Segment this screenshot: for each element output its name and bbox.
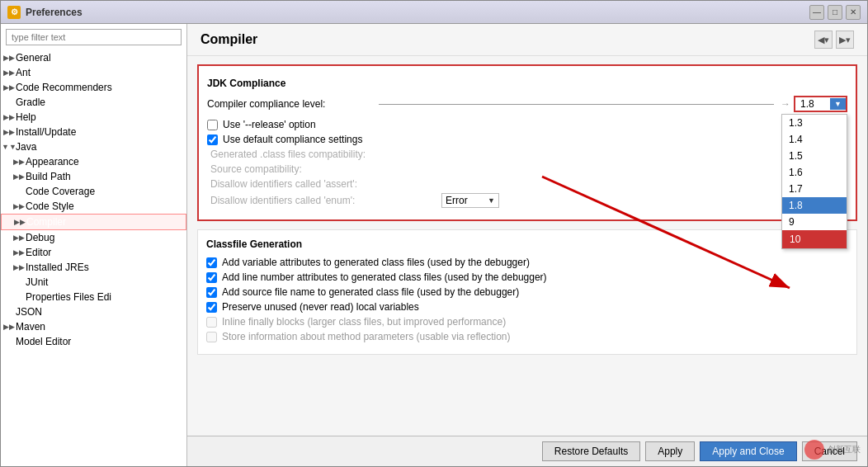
back-button[interactable]: ◀▾ (814, 31, 833, 49)
dropdown-item-1.3[interactable]: 1.3 (782, 115, 847, 131)
apply-button[interactable]: Apply (645, 441, 695, 461)
classfile-section-title: Classfile Generation (206, 238, 848, 250)
dropdown-item-1.7[interactable]: 1.7 (782, 181, 847, 197)
sidebar-arrow-install-update: ▶ (4, 127, 14, 137)
close-button[interactable]: ✕ (846, 5, 861, 20)
error-value: Error (446, 195, 484, 206)
classfile-checkbox-5[interactable] (206, 332, 217, 342)
sidebar-label-build-path: Build Path (26, 171, 71, 182)
bottom-bar: Restore Defaults Apply Apply and Close C… (187, 436, 867, 466)
classfile-checkbox-3[interactable] (206, 302, 217, 313)
classfile-checkbox-4[interactable] (206, 317, 217, 328)
sidebar-item-help[interactable]: ▶Help (1, 110, 186, 125)
sidebar-label-debug: Debug (26, 232, 54, 243)
dropdown-item-1.6[interactable]: 1.6 (782, 164, 847, 181)
sidebar-item-java[interactable]: ▼Java (1, 139, 186, 154)
error-dropdown[interactable]: Error ▼ (441, 193, 499, 208)
dropdown-item-1.8[interactable]: 1.8 (782, 197, 847, 214)
sidebar-label-code-recommenders: Code Recommenders (16, 82, 112, 93)
classfile-option-row-0: Add variable attributes to generated cla… (206, 257, 848, 268)
sidebar-arrow-general: ▶ (4, 53, 14, 63)
forward-button[interactable]: ▶▾ (836, 31, 854, 49)
compliance-level-row: Compiler compliance level: → 1.8 ▼ 1.31.… (207, 96, 847, 112)
classfile-checkbox-0[interactable] (206, 257, 217, 268)
main-content-area: ▶General▶Ant▶Code RecommendersGradle▶Hel… (1, 24, 867, 466)
sidebar-item-json[interactable]: JSON (1, 304, 186, 319)
dropdown-item-10[interactable]: 10 (782, 230, 847, 248)
error-dropdown-arrow: ▼ (488, 196, 495, 205)
sidebar-label-junit: JUnit (26, 276, 48, 288)
page-title: Compiler (200, 32, 257, 47)
sidebar-item-debug[interactable]: ▶Debug (1, 230, 186, 245)
sidebar-arrow-java: ▼ (4, 142, 14, 152)
sidebar-item-build-path[interactable]: ▶Build Path (1, 169, 186, 184)
dropdown-item-9[interactable]: 9 (782, 214, 847, 230)
watermark: 创新互联 (804, 440, 861, 460)
use-release-label: Use '--release' option (223, 119, 316, 130)
filter-input[interactable] (6, 29, 182, 45)
window-controls: — □ ✕ (809, 5, 861, 20)
main-panel: Compiler ◀▾ ▶▾ JDK Compliance (187, 24, 867, 466)
compliance-dropdown-wrapper[interactable]: 1.8 ▼ (794, 96, 847, 112)
classfile-label-5: Store information about method parameter… (222, 331, 511, 342)
use-default-compliance-row: Use default compliance settings (207, 134, 847, 145)
jdk-section-title: JDK Compliance (207, 78, 847, 89)
sidebar-item-maven[interactable]: ▶Maven (1, 319, 186, 334)
sidebar-label-model-editor: Model Editor (16, 336, 71, 347)
sidebar-item-installed-jres[interactable]: ▶Installed JREs (1, 260, 186, 275)
sidebar-label-install-update: Install/Update (16, 126, 76, 138)
sidebar-item-editor[interactable]: ▶Editor (1, 245, 186, 260)
dropdown-item-1.5[interactable]: 1.5 (782, 148, 847, 164)
classfile-generation-section: Classfile Generation Add variable attrib… (197, 229, 857, 355)
sidebar-arrow-help: ▶ (4, 112, 14, 122)
sidebar-arrow-code-style: ▶ (14, 201, 24, 211)
classfile-option-row-4: Inline finally blocks (larger class file… (206, 316, 848, 328)
sidebar-label-installed-jres: Installed JREs (26, 262, 89, 273)
sidebar-item-code-coverage[interactable]: Code Coverage (1, 184, 186, 199)
maximize-button[interactable]: □ (828, 5, 842, 20)
sidebar-arrow-model-editor (4, 337, 14, 347)
sidebar-arrow-build-path: ▶ (14, 172, 24, 182)
source-compat-row: Source compatibility: (207, 163, 847, 175)
sidebar-item-model-editor[interactable]: Model Editor (1, 334, 186, 349)
generated-class-row: Generated .class files compatibility: (207, 149, 847, 160)
generated-class-label: Generated .class files compatibility: (210, 149, 441, 160)
classfile-label-4: Inline finally blocks (larger class file… (222, 316, 506, 328)
dropdown-item-1.4[interactable]: 1.4 (782, 131, 847, 148)
title-bar: ⚙ Preferences — □ ✕ (1, 1, 867, 24)
apply-close-button[interactable]: Apply and Close (700, 441, 796, 461)
sidebar-item-install-update[interactable]: ▶Install/Update (1, 125, 186, 139)
classfile-label-0: Add variable attributes to generated cla… (222, 257, 530, 268)
classfile-checkbox-1[interactable] (206, 272, 217, 283)
nav-buttons: ◀▾ ▶▾ (814, 31, 854, 49)
sidebar-item-appearance[interactable]: ▶Appearance (1, 154, 186, 169)
compliance-line (379, 104, 774, 105)
classfile-option-row-2: Add source file name to generated class … (206, 286, 848, 298)
compliance-level-label: Compiler compliance level: (207, 98, 372, 110)
sidebar-item-general[interactable]: ▶General (1, 50, 186, 65)
sidebar-item-properties-files[interactable]: Properties Files Edi (1, 290, 186, 304)
compliance-arrow: → (781, 98, 790, 110)
sidebar-item-code-style[interactable]: ▶Code Style (1, 199, 186, 214)
sidebar-item-code-recommenders[interactable]: ▶Code Recommenders (1, 80, 186, 95)
sidebar-label-help: Help (16, 111, 36, 123)
classfile-checkbox-2[interactable] (206, 287, 217, 298)
compliance-dropdown-button[interactable]: ▼ (830, 98, 846, 110)
minimize-button[interactable]: — (809, 5, 824, 20)
sidebar-item-gradle[interactable]: Gradle (1, 95, 186, 110)
preferences-window: ⚙ Preferences — □ ✕ ▶General▶Ant▶Code Re… (0, 0, 868, 467)
sidebar-arrow-junit (14, 277, 24, 287)
sidebar-item-junit[interactable]: JUnit (1, 275, 186, 290)
disallow-enum-label: Disallow identifiers called 'enum': (210, 195, 441, 206)
sidebar-item-ant[interactable]: ▶Ant (1, 65, 186, 80)
restore-defaults-button[interactable]: Restore Defaults (542, 441, 640, 461)
use-release-checkbox[interactable] (207, 120, 218, 130)
disallow-assert-label: Disallow identifiers called 'assert': (210, 178, 441, 190)
main-header: Compiler ◀▾ ▶▾ (187, 24, 867, 56)
sidebar-item-compiler[interactable]: ▶Compiler (1, 214, 186, 230)
use-default-compliance-label: Use default compliance settings (223, 134, 362, 145)
main-scrollable-content: JDK Compliance Compiler compliance level… (187, 56, 867, 436)
window-title: Preferences (26, 7, 809, 18)
use-default-compliance-checkbox[interactable] (207, 134, 218, 145)
sidebar-label-json: JSON (16, 306, 42, 318)
